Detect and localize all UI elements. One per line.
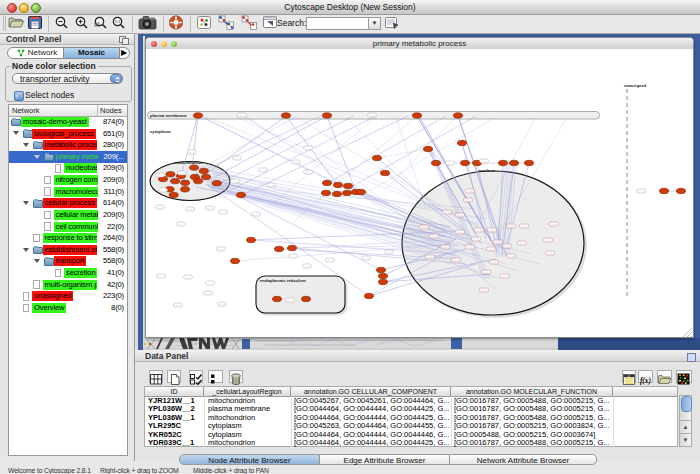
svg-text:(···): (···) [206, 292, 210, 295]
svg-text:(···): (···) [552, 223, 556, 226]
svg-text:(···): (···) [188, 208, 192, 211]
svg-text:(···): (···) [492, 261, 496, 264]
svg-text:(···): (···) [186, 276, 190, 279]
svg-text:1:1: 1:1 [115, 19, 121, 24]
svg-text:(···): (···) [448, 162, 452, 165]
svg-text:(···): (···) [261, 169, 265, 172]
svg-text:(···): (···) [468, 190, 472, 193]
svg-text:cytoplasm: cytoplasm [150, 129, 171, 134]
svg-text:(···): (···) [490, 229, 494, 232]
svg-text:(···): (···) [291, 255, 295, 258]
svg-text:unassigned: unassigned [624, 83, 647, 88]
svg-text:plasma membrane: plasma membrane [150, 113, 187, 118]
svg-text:(···): (···) [159, 275, 163, 278]
svg-text:(···): (···) [458, 231, 462, 234]
svg-text:nucleus: nucleus [479, 168, 496, 173]
svg-text:(···): (···) [288, 299, 292, 302]
svg-text:(···): (···) [468, 246, 472, 249]
svg-text:(···): (···) [269, 184, 273, 187]
svg-text:(···): (···) [235, 157, 239, 160]
svg-text:(···): (···) [505, 245, 509, 248]
svg-text:(···): (···) [294, 161, 298, 164]
svg-text:(···): (···) [458, 214, 462, 217]
svg-text:(···): (···) [305, 265, 309, 268]
svg-text:(···): (···) [208, 282, 212, 285]
svg-text:mitochondrion: mitochondrion [174, 160, 204, 165]
svg-text:(···): (···) [489, 248, 493, 251]
svg-text:(···): (···) [221, 211, 225, 214]
svg-text:(···): (···) [190, 151, 194, 154]
svg-text:(···): (···) [158, 206, 162, 209]
svg-text:(···): (···) [306, 147, 310, 150]
svg-text:(···): (···) [484, 271, 488, 274]
svg-text:(···): (···) [219, 248, 223, 251]
svg-text:(···): (···) [161, 189, 165, 192]
svg-text:f(x): f(x) [640, 376, 652, 385]
svg-text:(···): (···) [422, 226, 426, 229]
svg-text:(···): (···) [546, 239, 550, 242]
svg-text:(···): (···) [520, 242, 524, 245]
svg-text:(···): (···) [428, 256, 432, 259]
svg-text:(···): (···) [179, 223, 183, 226]
svg-text:(···): (···) [482, 160, 486, 163]
svg-text:(···): (···) [387, 251, 391, 254]
svg-text:(···): (···) [477, 229, 481, 232]
svg-text:(···): (···) [548, 252, 552, 255]
svg-text:(···): (···) [443, 246, 447, 249]
svg-text:(···): (···) [220, 303, 224, 306]
svg-text:(···): (···) [445, 211, 449, 214]
svg-text:(···): (···) [503, 275, 507, 278]
svg-text:(···): (···) [180, 172, 184, 175]
svg-text:(···): (···) [639, 190, 643, 193]
svg-text:(···): (···) [432, 235, 436, 238]
svg-text:(···): (···) [496, 241, 500, 244]
svg-text:(···): (···) [522, 225, 526, 228]
svg-text:(···): (···) [176, 304, 180, 307]
svg-text:(···): (···) [306, 171, 310, 174]
svg-text:(···): (···) [454, 259, 458, 262]
svg-text:endoplasmic reticulum: endoplasmic reticulum [260, 278, 306, 283]
svg-text:(···): (···) [158, 174, 162, 177]
svg-text:(···): (···) [254, 213, 258, 216]
svg-text:(···): (···) [509, 225, 513, 228]
svg-text:(···): (···) [370, 114, 374, 117]
svg-text:(···): (···) [474, 238, 478, 241]
svg-text:(···): (···) [466, 199, 470, 202]
svg-text:(···): (···) [208, 207, 212, 210]
svg-text:(···): (···) [509, 255, 513, 258]
svg-text:(···): (···) [364, 257, 368, 260]
svg-text:(···): (···) [240, 114, 244, 117]
svg-text:(···): (···) [233, 180, 237, 183]
svg-text:(···): (···) [328, 259, 332, 262]
svg-text:(···): (···) [482, 289, 486, 292]
